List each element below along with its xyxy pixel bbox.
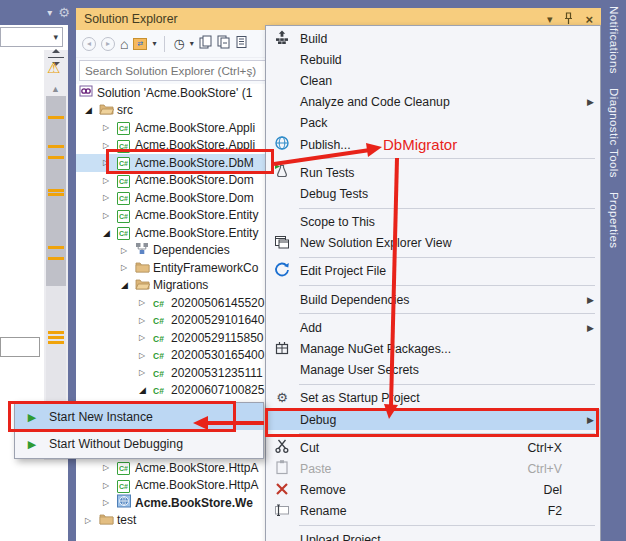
menu-item-label: Add <box>292 321 600 335</box>
expand-arrow[interactable]: ▷ <box>138 333 153 342</box>
menu-item-paste[interactable]: PasteCtrl+V <box>266 458 600 479</box>
submenu-arrow-icon: ▶ <box>587 97 594 107</box>
menu-item-manage-user-secrets[interactable]: Manage User Secrets <box>266 360 600 381</box>
menu-shortcut: F2 <box>548 504 562 518</box>
scroll-up-icon[interactable]: ▲ <box>51 84 60 94</box>
menu-item-label: Debug <box>292 413 600 427</box>
menu-item-label: Rename <box>292 504 548 518</box>
tree-item-label: Solution 'Acme.BookStore' (1 <box>96 86 252 100</box>
menu-item-manage-nuget-packages[interactable]: Manage NuGet Packages... <box>266 338 600 359</box>
forward-icon[interactable]: ▸ <box>101 37 115 51</box>
expand-arrow[interactable]: ▷ <box>138 298 153 307</box>
expand-arrow[interactable]: ▷ <box>102 463 117 472</box>
chevron-down-icon[interactable]: ▾ <box>190 39 194 48</box>
menu-item-label: Debug Tests <box>292 187 600 201</box>
expand-arrow[interactable]: ▷ <box>102 481 117 490</box>
tree-item-label: src <box>116 103 133 117</box>
expand-arrow[interactable]: ▷ <box>138 316 153 325</box>
cut-scissors-icon <box>274 438 290 457</box>
menu-item-clean[interactable]: Clean <box>266 70 600 91</box>
menu-item-upload-project[interactable]: Upload Project <box>266 529 600 541</box>
menu-item-label: Clean <box>292 74 600 88</box>
panel-title: Solution Explorer <box>84 12 178 26</box>
menu-item-label: Run Tests <box>292 166 600 180</box>
tree-item-label: 20200531235111 <box>170 366 263 380</box>
menu-item-publish[interactable]: Publish... <box>266 134 600 155</box>
expand-arrow[interactable]: ◢ <box>84 105 99 115</box>
menu-item-add[interactable]: Add▶ <box>266 317 600 338</box>
closed-folder-icon <box>135 260 150 276</box>
menu-shortcut: Del <box>544 483 562 497</box>
properties-icon[interactable] <box>235 35 248 53</box>
menu-item-cut[interactable]: CutCtrl+X <box>266 437 600 458</box>
window-position-dropdown-icon[interactable]: ▾ <box>547 14 553 25</box>
chevron-down-icon: ▾ <box>53 32 58 42</box>
startup-project-gear-icon: ⚙ <box>276 391 288 405</box>
change-marker <box>48 257 64 260</box>
menu-item-pack[interactable]: Pack <box>266 113 600 134</box>
pane-divider[interactable] <box>68 25 76 541</box>
expand-arrow[interactable]: ◢ <box>102 228 117 238</box>
start-debug-icon: ▶ <box>28 410 36 424</box>
submenu-item-start-without-debugging[interactable]: ▶Start Without Debugging <box>15 430 263 457</box>
expand-arrow[interactable]: ▷ <box>138 351 153 360</box>
sync-with-active-document-icon[interactable] <box>199 35 212 53</box>
expand-arrow[interactable]: ▷ <box>102 176 117 185</box>
menu-item-run-tests[interactable]: Run Tests <box>266 162 600 183</box>
tab-properties[interactable]: Properties <box>608 192 620 248</box>
collapse-all-icon[interactable] <box>217 35 230 53</box>
submenu-item-label: Start Without Debugging <box>39 437 183 451</box>
menu-item-rename[interactable]: RenameF2 <box>266 501 600 522</box>
submenu-arrow-icon: ▶ <box>587 323 594 333</box>
close-icon[interactable]: × <box>585 13 593 26</box>
menu-item-debug[interactable]: Debug▶ <box>266 409 600 430</box>
tab-notifications[interactable]: Notifications <box>608 6 620 74</box>
remove-x-icon <box>274 481 290 500</box>
back-icon[interactable]: ◂ <box>82 37 96 51</box>
menu-item-build-dependencies[interactable]: Build Dependencies▶ <box>266 289 600 310</box>
home-icon[interactable]: ⌂ <box>120 37 128 51</box>
chevron-down-icon[interactable]: ▾ <box>47 7 52 18</box>
warning-icon[interactable]: ⚠ <box>47 60 60 75</box>
tab-diagnostic-tools[interactable]: Diagnostic Tools <box>608 88 620 178</box>
publish-globe-icon <box>274 135 290 154</box>
expand-arrow[interactable]: ▷ <box>120 246 135 255</box>
switch-views-icon[interactable]: ⇄ <box>133 38 147 50</box>
paste-clipboard-icon <box>274 459 290 478</box>
expand-arrow[interactable]: ◢ <box>138 385 153 395</box>
tree-item-label: 20200530165400 <box>170 348 264 362</box>
tree-item-label: Acme.BookStore.DbM <box>134 156 254 170</box>
submenu-item-start-new-instance[interactable]: ▶Start New Instance <box>15 403 263 430</box>
menu-item-rebuild[interactable]: Rebuild <box>266 49 600 70</box>
menu-item-build[interactable]: Build <box>266 28 600 49</box>
menu-item-analyze-and-code-cleanup[interactable]: Analyze and Code Cleanup▶ <box>266 92 600 113</box>
gear-icon[interactable]: ⚙ <box>58 6 70 19</box>
expand-arrow[interactable]: ▷ <box>84 516 99 525</box>
expand-arrow[interactable]: ▷ <box>120 263 135 272</box>
expand-arrow[interactable]: ▷ <box>102 123 117 132</box>
expand-arrow[interactable]: ▷ <box>102 193 117 202</box>
csharp-file-icon: C# <box>153 331 164 345</box>
tree-item-label: test <box>116 513 136 527</box>
dependencies-icon <box>135 242 149 258</box>
menu-item-scope-to-this[interactable]: Scope to This <box>266 212 600 233</box>
menu-item-edit-project-file[interactable]: Edit Project File <box>266 261 600 282</box>
csharp-file-icon: C# <box>153 296 164 310</box>
pending-changes-icon[interactable]: ◷ <box>173 37 184 50</box>
expand-arrow[interactable]: ◢ <box>120 280 135 290</box>
menu-item-set-as-startup-project[interactable]: ⚙Set as Startup Project <box>266 388 600 409</box>
menu-item-remove[interactable]: RemoveDel <box>266 480 600 501</box>
expand-arrow[interactable]: ▷ <box>102 141 117 150</box>
expand-arrow[interactable]: ▷ <box>102 211 117 220</box>
menu-item-debug-tests[interactable]: Debug Tests <box>266 183 600 204</box>
menu-shortcut: Ctrl+X <box>527 441 562 455</box>
expand-arrow[interactable]: ▷ <box>138 368 153 377</box>
menu-item-new-solution-explorer-view[interactable]: New Solution Explorer View <box>266 233 600 254</box>
expand-arrow[interactable]: ▷ <box>102 158 117 167</box>
menu-item-label: Manage NuGet Packages... <box>292 342 600 356</box>
chevron-down-icon[interactable]: ▾ <box>152 39 156 48</box>
submenu-arrow-icon: ▶ <box>587 295 594 305</box>
expand-arrow[interactable]: ▷ <box>102 498 117 507</box>
left-pane-combobox[interactable]: ▾ <box>0 27 63 47</box>
tree-item-label: Acme.BookStore.Appli <box>134 138 255 152</box>
